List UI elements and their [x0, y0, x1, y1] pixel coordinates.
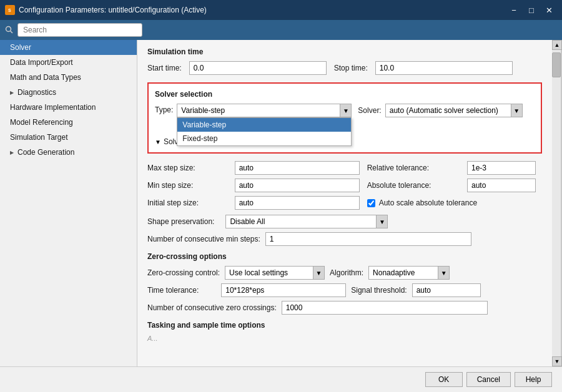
- zero-crossing-section: Zero-crossing options: [147, 252, 542, 261]
- abs-tol-label: Absolute tolerance:: [367, 181, 460, 190]
- close-button[interactable]: ✕: [541, 4, 557, 16]
- type-dropdown-value: Variable-step: [181, 106, 340, 115]
- shape-row: Shape preservation: Disable All ▼: [147, 215, 542, 228]
- solver-expand-arrow[interactable]: ▼: [155, 139, 161, 145]
- abs-tol-input[interactable]: [467, 179, 536, 192]
- type-dropdown-wrapper: Variable-step ▼ Variable-step Fixed-step: [177, 104, 352, 117]
- time-tol-input[interactable]: [221, 283, 346, 297]
- sidebar-item-label: Simulation Target: [10, 133, 68, 142]
- search-input[interactable]: [17, 23, 142, 37]
- type-dropdown-display[interactable]: Variable-step ▼: [177, 104, 352, 117]
- solver-selection-title: Solver selection: [155, 90, 535, 99]
- solver-dropdown-arrow[interactable]: ▼: [511, 104, 522, 117]
- stop-time-label: Stop time:: [334, 64, 368, 72]
- max-step-label: Max step size:: [147, 164, 227, 172]
- solver-value: auto (Automatic solver selection): [390, 106, 511, 115]
- shape-arrow[interactable]: ▼: [376, 215, 387, 228]
- signal-thresh-label: Signal threshold:: [351, 286, 407, 295]
- window-title: Configuration Parameters: untitled/Confi…: [19, 6, 207, 14]
- algorithm-arrow[interactable]: ▼: [438, 267, 449, 279]
- time-tol-row: Time tolerance: Signal threshold:: [147, 283, 542, 297]
- signal-thresh-input[interactable]: [412, 283, 481, 297]
- consec-zero-input[interactable]: [282, 301, 488, 315]
- minimize-button[interactable]: −: [506, 4, 522, 16]
- scroll-thumb[interactable]: [552, 52, 561, 77]
- help-button[interactable]: Help: [515, 372, 552, 387]
- start-time-input[interactable]: [189, 61, 327, 75]
- clipped-content: A...: [147, 335, 542, 342]
- min-step-input[interactable]: [235, 179, 360, 192]
- type-solver-row: Type: Variable-step ▼ Variable-step Fixe…: [155, 104, 535, 117]
- type-dropdown-menu: Variable-step Fixed-step: [177, 117, 352, 146]
- bottom-bar: OK Cancel Help: [0, 366, 562, 392]
- rel-tol-input[interactable]: [467, 161, 536, 175]
- auto-scale-label: Auto scale absolute tolerance: [379, 198, 477, 207]
- zc-control-row: Zero-crossing control: Use local setting…: [147, 266, 542, 280]
- algorithm-value: Nonadaptive: [373, 268, 438, 277]
- sidebar-item-label: Math and Data Types: [10, 73, 81, 82]
- consec-zero-label: Number of consecutive zero crossings:: [147, 303, 277, 312]
- sidebar-item-hardware[interactable]: Hardware Implementation: [0, 100, 137, 115]
- shape-label: Shape preservation:: [147, 217, 214, 226]
- algorithm-label: Algorithm:: [330, 268, 363, 277]
- content-area: Solver Data Import/Export Math and Data …: [0, 40, 562, 366]
- scroll-down-button[interactable]: ▼: [552, 356, 562, 366]
- algorithm-dropdown[interactable]: Nonadaptive ▼: [368, 266, 450, 280]
- step-sizes-grid: Max step size: Relative tolerance: Min s…: [147, 161, 542, 210]
- auto-scale-checkbox[interactable]: [367, 199, 375, 207]
- shape-dropdown[interactable]: Disable All ▼: [225, 215, 388, 228]
- main-panel: Simulation time Start time: Stop time: S…: [137, 40, 552, 366]
- max-step-input[interactable]: [235, 161, 360, 175]
- scroll-up-button[interactable]: ▲: [552, 40, 562, 50]
- dropdown-option-variable-step[interactable]: Variable-step: [177, 118, 351, 132]
- solver-label: Solver:: [358, 106, 381, 115]
- consec-min-row: Number of consecutive min steps:: [147, 232, 542, 246]
- shape-value: Disable All: [230, 217, 376, 226]
- type-dropdown-arrow[interactable]: ▼: [340, 104, 351, 117]
- title-bar: S Configuration Parameters: untitled/Con…: [0, 0, 562, 20]
- stop-time-input[interactable]: [375, 61, 513, 75]
- app-icon: S: [5, 5, 15, 15]
- rel-tol-label: Relative tolerance:: [367, 164, 460, 172]
- cancel-button[interactable]: Cancel: [466, 372, 511, 387]
- time-tol-label: Time tolerance:: [147, 286, 199, 295]
- sidebar-item-label: Hardware Implementation: [10, 103, 96, 112]
- search-icon: [5, 26, 14, 34]
- sidebar-item-sim-target[interactable]: Simulation Target: [0, 130, 137, 145]
- scroll-track: [552, 50, 561, 356]
- start-time-label: Start time:: [147, 64, 182, 72]
- consec-zero-row: Number of consecutive zero crossings:: [147, 301, 542, 315]
- ok-button[interactable]: OK: [425, 372, 463, 387]
- zc-control-value: Use local settings: [229, 268, 313, 277]
- zc-control-arrow[interactable]: ▼: [313, 267, 324, 279]
- init-step-input[interactable]: [235, 196, 360, 210]
- sidebar-item-model-ref[interactable]: Model Referencing: [0, 115, 137, 130]
- search-bar: [0, 20, 562, 40]
- consec-min-input[interactable]: [265, 232, 471, 246]
- sidebar-item-solver[interactable]: Solver: [0, 40, 137, 55]
- svg-line-3: [11, 31, 13, 34]
- zc-control-dropdown[interactable]: Use local settings ▼: [225, 266, 325, 280]
- sidebar-item-diagnostics[interactable]: Diagnostics: [0, 85, 137, 100]
- consec-min-label: Number of consecutive min steps:: [147, 235, 260, 243]
- solver-dropdown[interactable]: auto (Automatic solver selection) ▼: [385, 104, 523, 117]
- sidebar-item-code-gen[interactable]: Code Generation: [0, 145, 137, 160]
- maximize-button[interactable]: □: [523, 4, 540, 16]
- dropdown-option-fixed-step[interactable]: Fixed-step: [177, 132, 351, 145]
- window-controls: − □ ✕: [506, 4, 557, 16]
- sidebar: Solver Data Import/Export Math and Data …: [0, 40, 137, 366]
- min-step-label: Min step size:: [147, 181, 227, 190]
- svg-point-2: [6, 27, 11, 32]
- init-step-label: Initial step size:: [147, 198, 227, 207]
- svg-text:S: S: [8, 8, 11, 12]
- main-window: Solver Data Import/Export Math and Data …: [0, 20, 562, 392]
- sidebar-item-label: Diagnostics: [17, 88, 56, 97]
- sidebar-item-data-import[interactable]: Data Import/Export: [0, 55, 137, 70]
- sidebar-item-label: Code Generation: [17, 148, 74, 157]
- sidebar-item-math-data[interactable]: Math and Data Types: [0, 70, 137, 85]
- sidebar-item-label: Model Referencing: [10, 118, 73, 127]
- sidebar-item-label: Solver: [10, 43, 31, 52]
- sidebar-item-label: Data Import/Export: [10, 58, 73, 67]
- sim-time-section: Simulation time: [147, 47, 542, 56]
- zc-control-label: Zero-crossing control:: [147, 268, 220, 277]
